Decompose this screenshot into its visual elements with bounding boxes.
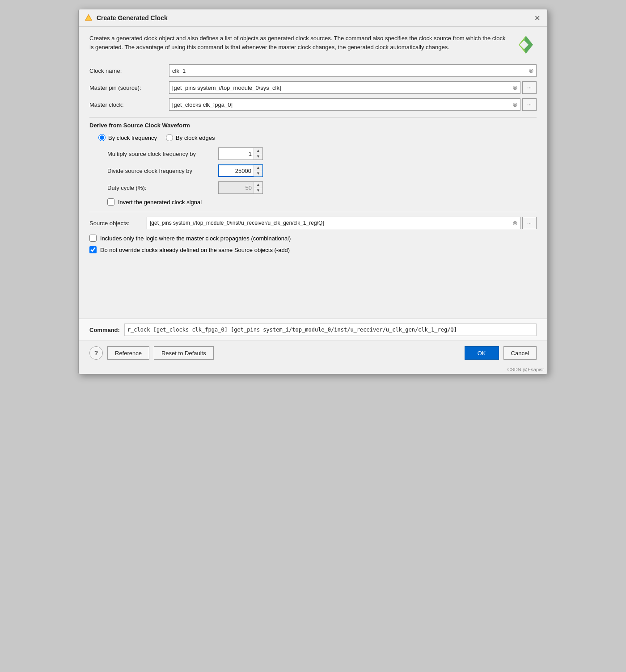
create-generated-clock-dialog: Create Generated Clock ✕ Creates a gener… xyxy=(78,9,548,374)
multiply-down-button[interactable]: ▼ xyxy=(254,154,262,160)
command-label: Command: xyxy=(89,327,120,333)
multiply-spinner: ▲ ▼ xyxy=(218,147,263,160)
invert-row: Invert the generated clock signal xyxy=(107,198,537,206)
radio-by-freq-label: By clock frequency xyxy=(108,134,157,141)
duty-down-button[interactable]: ▼ xyxy=(254,188,262,194)
divide-label: Divide source clock frequency by xyxy=(107,168,215,174)
master-pin-input-container: ⊗ ··· xyxy=(169,81,537,94)
divide-spinner: ▲ ▼ xyxy=(218,164,263,177)
master-clock-browse-button[interactable]: ··· xyxy=(522,98,537,111)
divide-spinner-buttons: ▲ ▼ xyxy=(254,165,262,176)
radio-by-freq-input[interactable] xyxy=(98,134,106,141)
svg-marker-3 xyxy=(519,36,526,54)
clock-name-input-container: ⊗ xyxy=(169,64,537,77)
description-area: Creates a generated clock object and als… xyxy=(89,34,537,55)
radio-by-edges-input[interactable] xyxy=(166,134,173,141)
section-divider xyxy=(89,117,537,118)
radio-by-edges-label: By clock edges xyxy=(176,134,215,141)
no-override-label: Do not override clocks already defined o… xyxy=(100,247,290,253)
includes-logic-row: Includes only the logic where the master… xyxy=(89,235,537,242)
body-spacer xyxy=(89,258,537,311)
command-area: Command: xyxy=(79,319,547,340)
master-pin-clear-button[interactable]: ⊗ xyxy=(512,84,519,91)
multiply-up-button[interactable]: ▲ xyxy=(254,148,262,154)
master-clock-label: Master clock: xyxy=(89,101,165,108)
button-bar: ? Reference Reset to Defaults OK Cancel xyxy=(79,340,547,365)
includes-logic-checkbox[interactable] xyxy=(89,235,97,242)
duty-up-button[interactable]: ▲ xyxy=(254,182,262,188)
help-button[interactable]: ? xyxy=(89,346,103,360)
clock-name-row: Clock name: ⊗ xyxy=(89,64,537,77)
duty-label: Duty cycle (%): xyxy=(107,185,215,191)
source-objects-browse-button[interactable]: ··· xyxy=(522,217,537,229)
radio-row: By clock frequency By clock edges xyxy=(98,134,537,141)
command-input[interactable] xyxy=(124,323,537,336)
divide-up-button[interactable]: ▲ xyxy=(254,165,262,171)
divide-down-button[interactable]: ▼ xyxy=(254,171,262,177)
invert-checkbox[interactable] xyxy=(107,198,114,206)
title-bar-left: Create Generated Clock xyxy=(84,13,168,22)
section-title: Derive from Source Clock Waveform xyxy=(89,122,537,129)
source-objects-clear-button[interactable]: ⊗ xyxy=(512,219,519,227)
xilinx-logo-icon xyxy=(515,34,537,55)
clock-name-input[interactable] xyxy=(169,64,537,77)
duty-spinner: ▲ ▼ xyxy=(218,181,263,194)
master-clock-row: Master clock: ⊗ ··· xyxy=(89,98,537,111)
master-pin-input[interactable] xyxy=(169,81,520,94)
source-objects-with-clear: ⊗ xyxy=(147,217,520,229)
divide-row: Divide source clock frequency by ▲ ▼ xyxy=(107,164,537,177)
master-pin-label: Master pin (source): xyxy=(89,84,165,91)
ok-button[interactable]: OK xyxy=(465,346,499,360)
duty-row: Duty cycle (%): ▲ ▼ xyxy=(107,181,537,194)
title-bar: Create Generated Clock ✕ xyxy=(79,9,547,27)
duty-spinner-buttons: ▲ ▼ xyxy=(254,182,262,193)
watermark: CSDN @Esapist xyxy=(79,365,547,374)
master-clock-input[interactable] xyxy=(169,98,520,111)
multiply-spinner-buttons: ▲ ▼ xyxy=(254,148,262,160)
source-objects-input-container: ⊗ ··· xyxy=(147,217,537,229)
svg-marker-2 xyxy=(524,36,533,54)
reference-button[interactable]: Reference xyxy=(107,346,149,360)
multiply-row: Multiply source clock frequency by ▲ ▼ xyxy=(107,147,537,160)
clock-name-label: Clock name: xyxy=(89,67,165,74)
dialog-title: Create Generated Clock xyxy=(97,14,168,21)
radio-by-edges-option[interactable]: By clock edges xyxy=(166,134,215,141)
clock-name-clear-button[interactable]: ⊗ xyxy=(528,67,535,74)
master-clock-input-container: ⊗ ··· xyxy=(169,98,537,111)
cancel-button[interactable]: Cancel xyxy=(503,346,537,360)
no-override-row: Do not override clocks already defined o… xyxy=(89,246,537,253)
source-objects-input[interactable] xyxy=(147,217,520,229)
includes-logic-label: Includes only the logic where the master… xyxy=(100,235,291,242)
master-pin-row: Master pin (source): ⊗ ··· xyxy=(89,81,537,94)
source-objects-label: Source objects: xyxy=(89,220,143,227)
source-objects-row: Source objects: ⊗ ··· xyxy=(89,217,537,229)
master-clock-clear-button[interactable]: ⊗ xyxy=(512,101,519,108)
close-button[interactable]: ✕ xyxy=(532,13,542,23)
section-divider-2 xyxy=(89,212,537,212)
radio-by-freq-option[interactable]: By clock frequency xyxy=(98,134,157,141)
master-pin-browse-button[interactable]: ··· xyxy=(522,81,537,94)
master-clock-with-clear: ⊗ xyxy=(169,98,520,111)
reset-button[interactable]: Reset to Defaults xyxy=(154,346,214,360)
vivado-logo-icon xyxy=(84,13,93,22)
invert-label: Invert the generated clock signal xyxy=(118,199,202,206)
description-text: Creates a generated clock object and als… xyxy=(89,34,508,51)
dialog-body: Creates a generated clock object and als… xyxy=(79,27,547,319)
no-override-checkbox[interactable] xyxy=(89,246,97,253)
multiply-label: Multiply source clock frequency by xyxy=(107,151,215,157)
master-pin-with-clear: ⊗ xyxy=(169,81,520,94)
